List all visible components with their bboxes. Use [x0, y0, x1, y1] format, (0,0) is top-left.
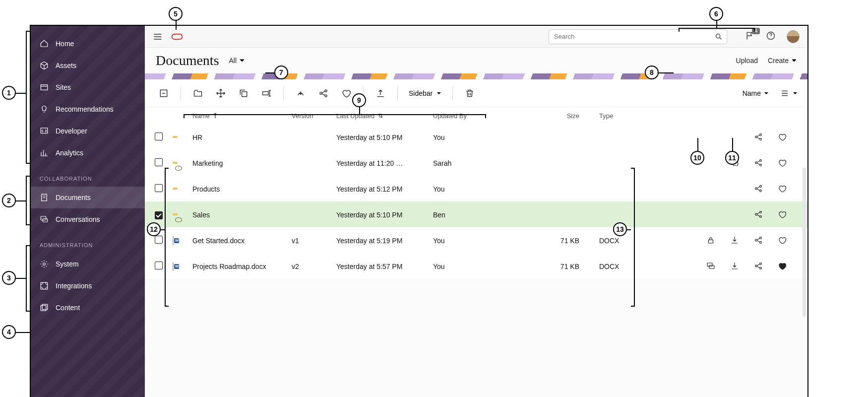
callout-3: 3: [2, 271, 16, 285]
svg-rect-9: [172, 34, 183, 39]
scrollbar[interactable]: [803, 168, 806, 317]
svg-rect-36: [707, 263, 712, 266]
row-conv-button[interactable]: [706, 262, 716, 271]
table-row[interactable]: ProductsYesterday at 5:12 PMYou: [145, 176, 807, 201]
move-button[interactable]: [212, 84, 230, 102]
row-updated: Yesterday at 5:10 PM: [336, 133, 433, 141]
row-share-button[interactable]: [754, 184, 764, 194]
row-updated: Yesterday at 11:20 …: [336, 159, 433, 167]
row-fav-button[interactable]: [778, 158, 788, 168]
svg-rect-3: [41, 216, 46, 220]
svg-rect-37: [709, 265, 714, 268]
table-row[interactable]: Projects Roadmap.docxv2Yesterday at 5:57…: [145, 253, 807, 279]
integrations-icon: [40, 281, 49, 290]
column-type[interactable]: Type: [579, 112, 629, 120]
sidebar-item-home[interactable]: Home: [31, 33, 145, 55]
row-type: DOCX: [579, 263, 629, 270]
row-download-button[interactable]: [730, 236, 740, 246]
row-checkbox[interactable]: [155, 158, 163, 166]
create-dropdown[interactable]: Create: [768, 57, 797, 65]
sidebar-item-recommendations[interactable]: Recommendations: [31, 98, 145, 120]
rename-button[interactable]: [257, 84, 275, 102]
row-name: HR: [192, 133, 292, 141]
row-updated-by: You: [433, 185, 517, 193]
row-share-button[interactable]: [754, 132, 764, 142]
callout-6: 6: [709, 7, 723, 21]
sidebar-item-label: Home: [56, 40, 74, 48]
table-row[interactable]: HRYesterday at 5:10 PMYou: [145, 124, 807, 150]
download-button[interactable]: [292, 84, 310, 102]
row-fav-button[interactable]: [778, 184, 788, 194]
sidebar-panel-dropdown[interactable]: Sidebar: [406, 89, 444, 97]
row-share-button[interactable]: [754, 158, 764, 168]
sort-dropdown[interactable]: Name: [743, 89, 769, 97]
row-updated-by: Ben: [433, 211, 517, 219]
row-lock-button[interactable]: [706, 236, 716, 246]
row-updated-by: You: [433, 237, 517, 245]
row-updated: Yesterday at 5:57 PM: [336, 263, 433, 270]
row-fav-button[interactable]: [778, 262, 788, 271]
page-title-row: Documents All Upload Create: [145, 48, 807, 73]
sidebar-item-conversations[interactable]: Conversations: [31, 208, 145, 230]
svg-rect-32: [709, 240, 713, 243]
table-row[interactable]: SalesYesterday at 5:10 PMBen: [145, 201, 807, 227]
sidebar-item-documents[interactable]: Documents: [31, 187, 145, 208]
row-share-button[interactable]: [754, 210, 764, 220]
row-fav-button[interactable]: [778, 132, 788, 142]
main-content: 4 Documents All Upload Create: [145, 26, 807, 397]
row-name: Get Started.docx: [192, 237, 292, 245]
sidebar-item-system[interactable]: System: [31, 253, 145, 275]
row-share-button[interactable]: [754, 262, 764, 271]
hamburger-menu-button[interactable]: [153, 32, 163, 42]
sidebar-item-integrations[interactable]: Integrations: [31, 275, 145, 297]
sidebar-item-sites[interactable]: Sites: [31, 76, 145, 98]
row-checkbox[interactable]: [155, 184, 163, 192]
row-size: 71 KB: [517, 237, 579, 245]
callout-10: 10: [690, 151, 704, 165]
svg-rect-13: [242, 91, 247, 96]
help-button[interactable]: [766, 31, 776, 43]
documents-icon: [40, 193, 49, 202]
user-avatar[interactable]: [787, 30, 800, 43]
content-icon: [40, 303, 49, 312]
sidebar-item-label: Integrations: [56, 282, 92, 290]
upload-button[interactable]: Upload: [736, 57, 758, 65]
row-checkbox[interactable]: [155, 262, 163, 269]
sidebar-item-content[interactable]: Content: [31, 297, 145, 319]
delete-button[interactable]: [461, 84, 479, 102]
row-checkbox[interactable]: [155, 132, 163, 140]
sidebar-item-label: System: [56, 260, 79, 268]
table-row[interactable]: MarketingYesterday at 11:20 …Sarah: [145, 150, 807, 176]
row-share-button[interactable]: [754, 236, 764, 246]
row-updated-by: Sarah: [433, 159, 517, 167]
row-checkbox[interactable]: [155, 236, 163, 244]
row-checkbox[interactable]: [155, 211, 163, 219]
table-row[interactable]: Get Started.docxv1Yesterday at 5:19 PMYo…: [145, 227, 807, 253]
sidebar-item-developer[interactable]: Developer: [31, 120, 145, 142]
filter-dropdown[interactable]: All: [229, 57, 245, 65]
row-download-button[interactable]: [730, 262, 740, 271]
row-fav-button[interactable]: [778, 236, 788, 246]
svg-rect-6: [41, 282, 48, 289]
view-toggle[interactable]: [780, 89, 798, 97]
row-fav-button[interactable]: [778, 210, 788, 220]
row-type: DOCX: [579, 237, 629, 245]
upload-action-button[interactable]: [372, 84, 389, 102]
column-size[interactable]: Size: [517, 112, 579, 120]
callout-9: 9: [352, 93, 366, 107]
select-all-checkbox[interactable]: [155, 84, 173, 102]
copy-button[interactable]: [235, 84, 252, 102]
row-name: Projects Roadmap.docx: [192, 263, 292, 270]
open-button[interactable]: [189, 84, 207, 102]
sidebar: HomeAssetsSitesRecommendationsDeveloperA…: [31, 26, 145, 397]
decorative-band: [145, 73, 807, 79]
svg-rect-14: [263, 91, 269, 95]
share-link-button[interactable]: [314, 84, 332, 102]
sidebar-item-analytics[interactable]: Analytics: [31, 142, 145, 164]
row-size: 71 KB: [517, 263, 579, 270]
sidebar-item-assets[interactable]: Assets: [31, 55, 145, 76]
notifications-button[interactable]: 4: [745, 31, 755, 43]
row-version: v2: [292, 263, 336, 270]
svg-point-5: [43, 263, 46, 265]
svg-rect-0: [41, 85, 48, 90]
